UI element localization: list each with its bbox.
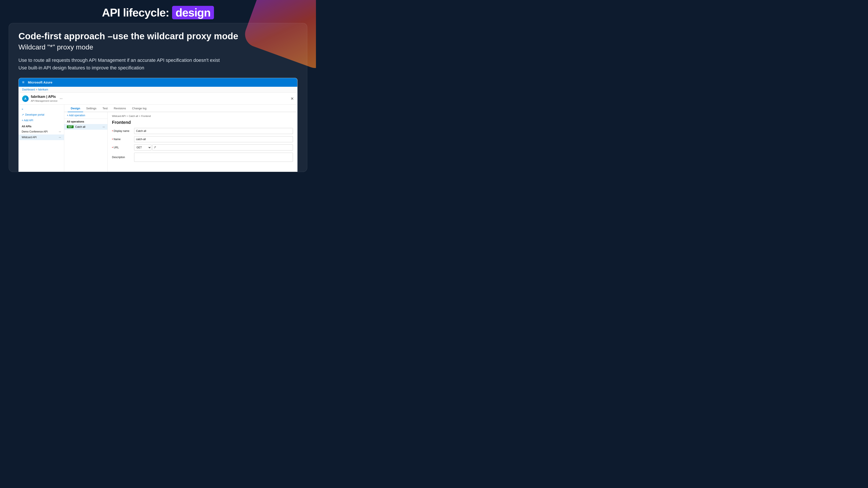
tab-settings[interactable]: Settings — [83, 104, 99, 112]
close-button[interactable]: ✕ — [290, 96, 294, 101]
card-subheading: Wildcard "*" proxy mode — [19, 43, 298, 51]
tab-design[interactable]: Design — [68, 104, 83, 112]
breadcrumb-dashboard[interactable]: Dashboard — [22, 88, 35, 91]
resource-subtitle: API Management service — [31, 100, 58, 102]
display-name-label: Display name — [112, 129, 131, 132]
add-operation-button[interactable]: + Add operation — [64, 112, 107, 119]
portal-layout: » ↗ Developer portal + Add API All APIs … — [19, 104, 297, 172]
url-label: URL — [112, 146, 131, 149]
main-area: Design Settings Test Revisions Change lo… — [64, 104, 297, 172]
method-badge-get: GET — [67, 125, 73, 128]
api-name-wildcard: Wildcard API — [22, 136, 37, 139]
resource-title: fabrikam | APIs — [31, 95, 58, 99]
azure-logo-text: Microsoft Azure — [28, 80, 53, 84]
sidebar: » ↗ Developer portal + Add API All APIs … — [19, 104, 64, 172]
operation-item-left: GET Catch all — [67, 125, 85, 128]
expand-icon: » — [22, 107, 23, 110]
tab-test[interactable]: Test — [99, 104, 111, 112]
design-area: + Add operation All operations GET Catch… — [64, 112, 297, 172]
top-title-section: API lifecycle: design — [0, 0, 316, 23]
api-ellipsis-wildcard[interactable]: ··· — [59, 136, 61, 139]
operation-name-catch-all: Catch all — [75, 125, 86, 128]
azure-portal-mock: ≡ Microsoft Azure Dashboard > fabrikam A… — [19, 78, 298, 172]
design-content: Wildcard API > Catch all > Frontend Fron… — [107, 112, 297, 172]
add-api-button[interactable]: + Add API — [19, 118, 64, 123]
main-card: Code-first approach –use the wildcard pr… — [9, 23, 307, 172]
developer-portal-icon: ↗ — [22, 113, 24, 116]
design-breadcrumb-sep-1: > — [126, 115, 128, 117]
resource-ellipsis-button[interactable]: ··· — [60, 97, 62, 101]
sidebar-api-wildcard[interactable]: Wildcard API ··· — [19, 134, 64, 140]
design-breadcrumb-sep-2: > — [139, 115, 140, 117]
description-label: Description — [112, 156, 131, 159]
tab-change-log[interactable]: Change log — [129, 104, 150, 112]
name-input[interactable] — [134, 136, 293, 142]
frontend-title: Frontend — [112, 120, 293, 125]
name-label: Name — [112, 138, 131, 141]
sidebar-expand-button[interactable]: » — [19, 106, 64, 112]
design-breadcrumb-op[interactable]: Catch all — [129, 115, 138, 117]
operation-ellipsis[interactable]: ··· — [103, 125, 105, 128]
tab-revisions[interactable]: Revisions — [111, 104, 129, 112]
url-method-select[interactable]: GET POST PUT DELETE PATCH — [134, 144, 152, 151]
api-name-demo: Demo Conference API — [22, 130, 48, 133]
resource-header-left: A fabrikam | APIs API Management service… — [22, 95, 62, 103]
form-row-name: Name — [112, 136, 293, 142]
form-row-display-name: Display name — [112, 128, 293, 134]
tabs-bar: Design Settings Test Revisions Change lo… — [64, 104, 297, 112]
design-breadcrumb-section: Frontend — [141, 115, 151, 117]
card-heading: Code-first approach –use the wildcard pr… — [19, 31, 298, 41]
sidebar-developer-portal[interactable]: ↗ Developer portal — [19, 112, 64, 118]
title-highlight: design — [172, 6, 214, 19]
all-apis-label: All APIs — [19, 123, 64, 129]
resource-title-block: fabrikam | APIs API Management service — [31, 95, 58, 103]
design-breadcrumb: Wildcard API > Catch all > Frontend — [112, 115, 293, 117]
hamburger-icon[interactable]: ≡ — [22, 80, 25, 85]
sidebar-api-demo-conference[interactable]: Demo Conference API ··· — [19, 129, 64, 134]
form-row-description: Description — [112, 153, 293, 162]
operations-panel: + Add operation All operations GET Catch… — [64, 112, 107, 172]
design-breadcrumb-api[interactable]: Wildcard API — [112, 115, 126, 117]
operation-catch-all[interactable]: GET Catch all ··· — [64, 124, 107, 130]
url-path-input[interactable] — [152, 144, 293, 151]
resource-icon: A — [22, 95, 29, 102]
url-row: GET POST PUT DELETE PATCH — [134, 144, 293, 151]
card-bullets: Use to route all requests through API Ma… — [19, 56, 298, 72]
api-ellipsis-demo[interactable]: ··· — [59, 130, 61, 133]
bullet-2: Use built-in API design features to impr… — [19, 64, 298, 72]
portal-body: Dashboard > fabrikam A fabrikam | APIs A… — [19, 87, 297, 172]
operations-section-label: All operations — [64, 119, 107, 124]
add-operation-label: + Add operation — [67, 114, 85, 117]
azure-nav-bar: ≡ Microsoft Azure — [19, 78, 297, 87]
title-text: API lifecycle: — [102, 6, 169, 19]
description-input[interactable] — [134, 153, 293, 162]
display-name-input[interactable] — [134, 128, 293, 134]
breadcrumb-fabrikam[interactable]: fabrikam — [38, 88, 48, 91]
developer-portal-label: Developer portal — [25, 113, 44, 116]
add-api-label: + Add API — [22, 119, 33, 122]
resource-header: A fabrikam | APIs API Management service… — [19, 93, 297, 104]
breadcrumb-sep-1: > — [36, 88, 37, 91]
bullet-1: Use to route all requests through API Ma… — [19, 56, 298, 64]
form-row-url: URL GET POST PUT DELETE PATCH — [112, 144, 293, 151]
breadcrumb-bar: Dashboard > fabrikam — [19, 87, 297, 93]
